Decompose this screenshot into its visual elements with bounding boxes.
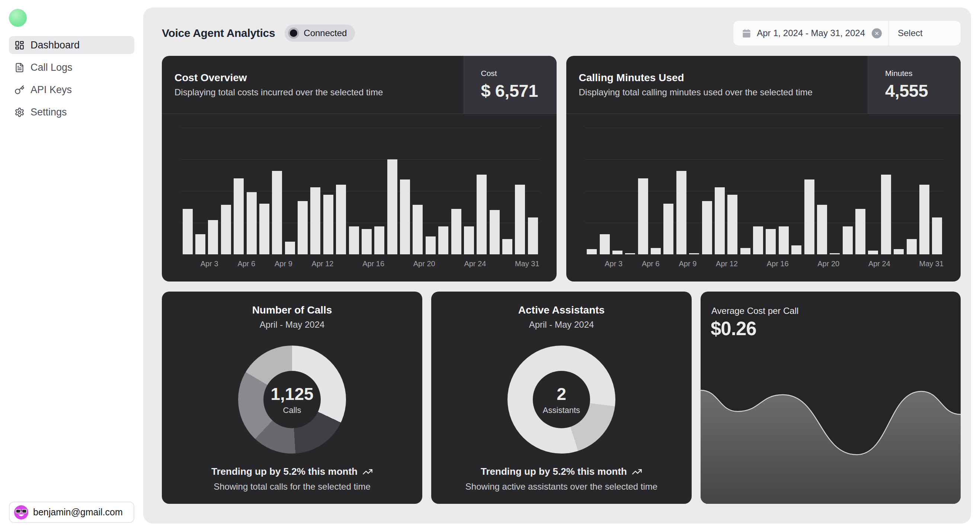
x-tick-label — [505, 260, 515, 271]
calls-center-value: 1,125 — [270, 384, 313, 404]
bar — [790, 128, 803, 254]
active-assistants-card: Active Assistants April - May 2024 2 Ass… — [431, 292, 692, 504]
main-panel: Voice Agent Analytics Connected Apr 1, 2… — [143, 8, 971, 523]
sidebar-item-label: Call Logs — [30, 62, 73, 73]
gear-icon — [14, 107, 25, 117]
minutes-stat-value: 4,555 — [885, 80, 961, 101]
x-tick-label — [455, 260, 465, 271]
assistants-card-title: Active Assistants — [518, 304, 605, 316]
bar — [258, 128, 270, 254]
sidebar-item-call-logs[interactable]: Call Logs — [9, 59, 134, 77]
x-tick-label — [255, 260, 265, 271]
trending-up-icon — [632, 467, 642, 477]
x-tick-label — [849, 260, 859, 271]
sidebar-item-api-keys[interactable]: API Keys — [9, 81, 134, 99]
user-account-button[interactable]: benjamin@gmail.com — [9, 502, 134, 523]
bar — [412, 128, 424, 254]
bar — [841, 128, 854, 254]
sidebar-item-settings[interactable]: Settings — [9, 103, 134, 121]
x-tick-label: Apr 9 — [679, 260, 697, 271]
sidebar-item-label: Dashboard — [30, 40, 80, 51]
x-tick-label: Apr 12 — [716, 260, 738, 271]
x-tick-label — [218, 260, 228, 271]
bar — [867, 128, 880, 254]
bar — [931, 128, 943, 254]
x-tick-label: May 31 — [920, 260, 944, 271]
bar — [752, 128, 764, 254]
bar — [649, 128, 662, 254]
bar — [424, 128, 437, 254]
x-tick-label — [394, 260, 404, 271]
select-date-button[interactable]: Select — [889, 21, 961, 45]
bar — [450, 128, 463, 254]
x-tick-label — [435, 260, 445, 271]
bar — [713, 128, 726, 254]
x-tick-label — [228, 260, 237, 271]
x-tick-label: Apr 3 — [200, 260, 218, 271]
minutes-stat-panel: Minutes 4,555 — [868, 56, 961, 113]
minutes-card-title: Calling Minutes Used — [579, 72, 855, 84]
x-axis: Apr 3Apr 6Apr 9Apr 12Apr 16Apr 20Apr 24M… — [585, 260, 944, 271]
x-tick-label — [757, 260, 767, 271]
sidebar-item-dashboard[interactable]: Dashboard — [9, 36, 134, 54]
bar — [398, 128, 411, 254]
sidebar-item-label: Settings — [30, 107, 67, 118]
calls-card-subtitle: April - May 2024 — [260, 319, 325, 330]
x-tick-label: Apr 12 — [312, 260, 334, 271]
bar — [335, 128, 347, 254]
x-tick-label: Apr 3 — [605, 260, 622, 271]
sidebar: Dashboard Call Logs API Keys Settings be… — [0, 0, 143, 531]
bar — [309, 128, 322, 254]
assistants-center-value: 2 — [557, 384, 566, 404]
bar — [232, 128, 245, 254]
bar — [181, 128, 194, 254]
donut-center: 1,125 Calls — [238, 346, 346, 454]
assistants-center-label: Assistants — [543, 405, 580, 415]
bar — [598, 128, 611, 254]
bar — [701, 128, 713, 254]
bar — [360, 128, 373, 254]
bar — [207, 128, 220, 254]
x-tick-label — [404, 260, 414, 271]
bar — [283, 128, 296, 254]
x-tick-label — [748, 260, 757, 271]
x-tick-label — [343, 260, 353, 271]
cost-stat-label: Cost — [481, 69, 557, 78]
minutes-stat-label: Minutes — [885, 69, 961, 78]
bar-plot — [181, 128, 539, 254]
bar — [245, 128, 258, 254]
x-tick-label — [697, 260, 706, 271]
x-tick-label — [632, 260, 642, 271]
status-dot-icon — [288, 27, 299, 39]
trending-up-icon — [363, 467, 373, 477]
number-of-calls-card: Number of Calls April - May 2024 1,125 C… — [162, 292, 422, 504]
assistants-trend-text: Trending up by 5.2% this month — [481, 466, 627, 477]
x-tick-label — [799, 260, 808, 271]
cost-card-title: Cost Overview — [175, 72, 451, 84]
page-header: Voice Agent Analytics Connected Apr 1, 2… — [162, 21, 961, 45]
bar — [636, 128, 649, 254]
bar-plot — [585, 128, 944, 254]
avg-cost-value: $0.26 — [711, 317, 756, 340]
x-tick-label — [900, 260, 910, 271]
x-tick-label — [265, 260, 275, 271]
x-tick-label — [585, 260, 595, 271]
clear-date-icon[interactable]: ✕ — [872, 28, 882, 38]
top-cards-row: Cost Overview Displaying total costs inc… — [162, 56, 961, 282]
x-tick-label — [486, 260, 496, 271]
bar — [726, 128, 739, 254]
assistants-card-subtitle: April - May 2024 — [529, 319, 594, 330]
x-tick-label — [293, 260, 302, 271]
bar — [488, 128, 501, 254]
date-range-button[interactable]: Apr 1, 2024 - May 31, 2024 ✕ — [733, 21, 888, 45]
minutes-card-subtitle: Displaying total calling minutes used ov… — [579, 87, 855, 97]
calls-trend-text: Trending up by 5.2% this month — [211, 466, 358, 477]
bar — [194, 128, 207, 254]
x-tick-label — [789, 260, 799, 271]
connection-status-badge[interactable]: Connected — [285, 25, 355, 42]
x-tick-label — [384, 260, 394, 271]
bar — [816, 128, 828, 254]
bar — [854, 128, 867, 254]
cost-card-subtitle: Displaying total costs incurred over the… — [175, 87, 451, 97]
x-tick-label — [302, 260, 312, 271]
